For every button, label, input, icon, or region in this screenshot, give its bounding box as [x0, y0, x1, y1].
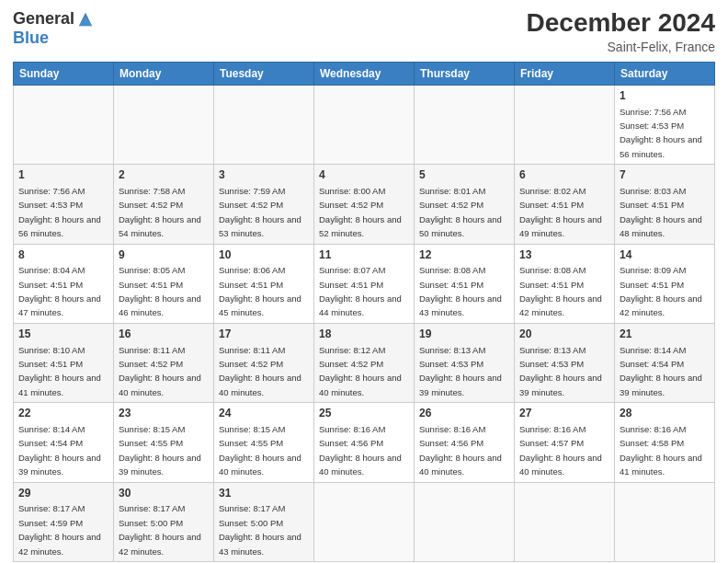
logo-icon — [77, 11, 94, 28]
day-info: Sunrise: 8:02 AMSunset: 4:51 PMDaylight:… — [519, 186, 602, 238]
table-row: 25Sunrise: 8:16 AMSunset: 4:56 PMDayligh… — [314, 403, 415, 482]
day-info: Sunrise: 8:16 AMSunset: 4:58 PMDaylight:… — [620, 424, 702, 477]
table-row: 24Sunrise: 8:15 AMSunset: 4:55 PMDayligh… — [214, 403, 314, 482]
day-number: 17 — [219, 327, 309, 342]
table-row: 9Sunrise: 8:05 AMSunset: 4:51 PMDaylight… — [114, 244, 214, 323]
logo: General Blue — [13, 9, 94, 48]
day-info: Sunrise: 7:58 AMSunset: 4:52 PMDaylight:… — [119, 186, 201, 238]
header: General Blue December 2024 Saint-Felix, … — [13, 9, 715, 54]
day-number: 21 — [620, 327, 710, 342]
calendar-week-row: 1Sunrise: 7:56 AMSunset: 4:53 PMDaylight… — [14, 165, 715, 244]
day-number: 27 — [519, 406, 609, 421]
day-info: Sunrise: 8:17 AMSunset: 5:00 PMDaylight:… — [119, 503, 201, 556]
day-info: Sunrise: 8:07 AMSunset: 4:51 PMDaylight:… — [319, 265, 402, 317]
table-row: 12Sunrise: 8:08 AMSunset: 4:51 PMDayligh… — [415, 244, 515, 323]
day-info: Sunrise: 8:00 AMSunset: 4:52 PMDaylight:… — [319, 186, 402, 238]
day-info: Sunrise: 8:04 AMSunset: 4:51 PMDaylight:… — [18, 265, 101, 317]
day-number: 6 — [519, 167, 609, 183]
day-info: Sunrise: 8:16 AMSunset: 4:56 PMDaylight:… — [319, 424, 402, 477]
col-wednesday: Wednesday — [314, 62, 415, 85]
table-row — [515, 85, 615, 164]
table-row — [214, 85, 314, 164]
col-saturday: Saturday — [615, 62, 715, 85]
day-number: 29 — [18, 486, 108, 501]
day-number: 1 — [18, 167, 108, 183]
day-info: Sunrise: 8:16 AMSunset: 4:57 PMDaylight:… — [519, 424, 602, 477]
table-row — [314, 85, 415, 164]
day-number: 23 — [119, 406, 209, 421]
day-number: 14 — [620, 247, 710, 263]
table-row: 29Sunrise: 8:17 AMSunset: 4:59 PMDayligh… — [14, 482, 114, 561]
day-number: 4 — [319, 167, 409, 183]
day-number: 2 — [119, 167, 209, 183]
title-block: December 2024 Saint-Felix, France — [527, 9, 715, 54]
day-number: 10 — [219, 247, 309, 263]
day-number: 30 — [119, 486, 209, 501]
table-row: 28Sunrise: 8:16 AMSunset: 4:58 PMDayligh… — [615, 403, 715, 482]
day-number: 1 — [620, 88, 710, 104]
day-number: 12 — [419, 247, 509, 263]
day-number: 26 — [419, 406, 509, 421]
day-number: 11 — [319, 247, 409, 263]
logo-general-text: General — [13, 9, 74, 29]
day-info: Sunrise: 8:12 AMSunset: 4:52 PMDaylight:… — [319, 345, 402, 397]
col-sunday: Sunday — [14, 62, 114, 85]
table-row: 20Sunrise: 8:13 AMSunset: 4:53 PMDayligh… — [515, 323, 615, 402]
day-info: Sunrise: 8:16 AMSunset: 4:56 PMDaylight:… — [419, 424, 502, 477]
day-info: Sunrise: 8:08 AMSunset: 4:51 PMDaylight:… — [419, 265, 502, 317]
day-info: Sunrise: 8:06 AMSunset: 4:51 PMDaylight:… — [219, 265, 301, 317]
svg-marker-1 — [79, 16, 92, 26]
table-row — [14, 85, 114, 164]
table-row — [515, 482, 615, 561]
table-row — [615, 482, 715, 561]
table-row: 6Sunrise: 8:02 AMSunset: 4:51 PMDaylight… — [515, 165, 615, 244]
table-row: 22Sunrise: 8:14 AMSunset: 4:54 PMDayligh… — [14, 403, 114, 482]
day-info: Sunrise: 8:17 AMSunset: 4:59 PMDaylight:… — [18, 503, 101, 556]
day-number: 31 — [219, 486, 309, 501]
calendar-table: Sunday Monday Tuesday Wednesday Thursday… — [13, 62, 715, 562]
table-row — [415, 482, 515, 561]
table-row: 1Sunrise: 7:56 AMSunset: 4:53 PMDaylight… — [615, 85, 715, 164]
table-row: 1Sunrise: 7:56 AMSunset: 4:53 PMDaylight… — [14, 165, 114, 244]
table-row: 23Sunrise: 8:15 AMSunset: 4:55 PMDayligh… — [114, 403, 214, 482]
day-number: 18 — [319, 327, 409, 342]
day-info: Sunrise: 8:13 AMSunset: 4:53 PMDaylight:… — [419, 345, 502, 397]
table-row: 7Sunrise: 8:03 AMSunset: 4:51 PMDaylight… — [615, 165, 715, 244]
subtitle: Saint-Felix, France — [527, 40, 715, 54]
table-row: 15Sunrise: 8:10 AMSunset: 4:51 PMDayligh… — [14, 323, 114, 402]
page: General Blue December 2024 Saint-Felix, … — [0, 0, 728, 563]
day-info: Sunrise: 8:14 AMSunset: 4:54 PMDaylight:… — [18, 424, 101, 477]
day-number: 24 — [219, 406, 309, 421]
day-number: 22 — [18, 406, 108, 421]
calendar-header-row: Sunday Monday Tuesday Wednesday Thursday… — [14, 62, 715, 85]
day-number: 3 — [219, 167, 309, 183]
day-info: Sunrise: 8:03 AMSunset: 4:51 PMDaylight:… — [620, 186, 702, 238]
table-row: 10Sunrise: 8:06 AMSunset: 4:51 PMDayligh… — [214, 244, 314, 323]
table-row: 5Sunrise: 8:01 AMSunset: 4:52 PMDaylight… — [415, 165, 515, 244]
day-info: Sunrise: 8:10 AMSunset: 4:51 PMDaylight:… — [18, 345, 101, 397]
day-info: Sunrise: 8:13 AMSunset: 4:53 PMDaylight:… — [519, 345, 602, 397]
day-info: Sunrise: 7:56 AMSunset: 4:53 PMDaylight:… — [620, 107, 702, 159]
logo-text: General — [13, 9, 94, 29]
day-info: Sunrise: 8:09 AMSunset: 4:51 PMDaylight:… — [620, 265, 702, 317]
day-info: Sunrise: 8:01 AMSunset: 4:52 PMDaylight:… — [419, 186, 502, 238]
table-row: 3Sunrise: 7:59 AMSunset: 4:52 PMDaylight… — [214, 165, 314, 244]
table-row: 4Sunrise: 8:00 AMSunset: 4:52 PMDaylight… — [314, 165, 415, 244]
day-info: Sunrise: 8:14 AMSunset: 4:54 PMDaylight:… — [620, 345, 702, 397]
logo-blue-text: Blue — [13, 29, 49, 48]
main-title: December 2024 — [527, 9, 715, 38]
table-row: 21Sunrise: 8:14 AMSunset: 4:54 PMDayligh… — [615, 323, 715, 402]
day-info: Sunrise: 8:11 AMSunset: 4:52 PMDaylight:… — [119, 345, 201, 397]
day-number: 9 — [119, 247, 209, 263]
table-row: 13Sunrise: 8:08 AMSunset: 4:51 PMDayligh… — [515, 244, 615, 323]
table-row: 26Sunrise: 8:16 AMSunset: 4:56 PMDayligh… — [415, 403, 515, 482]
table-row: 17Sunrise: 8:11 AMSunset: 4:52 PMDayligh… — [214, 323, 314, 402]
table-row — [114, 85, 214, 164]
day-info: Sunrise: 8:15 AMSunset: 4:55 PMDaylight:… — [219, 424, 301, 477]
calendar-week-row: 29Sunrise: 8:17 AMSunset: 4:59 PMDayligh… — [14, 482, 715, 561]
table-row: 16Sunrise: 8:11 AMSunset: 4:52 PMDayligh… — [114, 323, 214, 402]
col-thursday: Thursday — [415, 62, 515, 85]
col-tuesday: Tuesday — [214, 62, 314, 85]
day-info: Sunrise: 7:59 AMSunset: 4:52 PMDaylight:… — [219, 186, 301, 238]
day-number: 8 — [18, 247, 108, 263]
